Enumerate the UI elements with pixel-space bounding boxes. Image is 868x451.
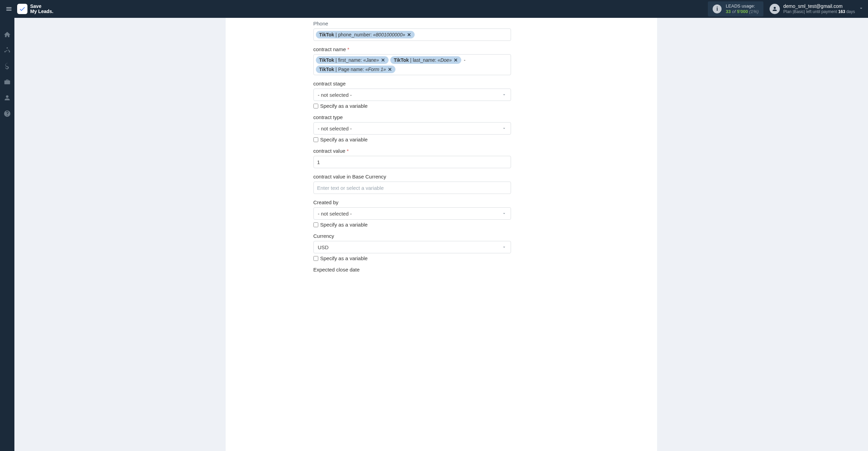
logo-text: Save My Leads.: [30, 4, 53, 14]
connections-icon[interactable]: [3, 47, 11, 54]
usage-text: LEADS usage: 33 of 5'000 (1%): [726, 3, 759, 14]
chevron-down-icon: [502, 211, 507, 216]
contract-type-var-checkbox[interactable]: [313, 137, 318, 142]
logo-icon: [17, 4, 27, 14]
field-created-by: Created by - not selected - Specify as a…: [313, 199, 511, 228]
field-contract-type: contract type - not selected - Specify a…: [313, 114, 511, 142]
remove-tag-icon[interactable]: ✕: [407, 32, 411, 37]
user-icon[interactable]: [3, 94, 11, 102]
base-currency-input[interactable]: [313, 182, 511, 194]
account-widget[interactable]: demo_sml_test@gmail.com Plan |Basic| lef…: [770, 3, 855, 14]
base-currency-label: contract value in Base Currency: [313, 174, 511, 180]
phone-label: Phone: [313, 21, 511, 26]
usage-total: 5'000: [737, 9, 748, 14]
contract-stage-var-checkbox[interactable]: [313, 104, 318, 108]
info-icon: i: [713, 4, 722, 13]
field-currency: Currency USD Specify as a variable: [313, 233, 511, 261]
field-contract-name: contract name * TikTok | first_name: «Ja…: [313, 46, 511, 75]
contract-stage-value: - not selected -: [318, 92, 352, 98]
phone-input[interactable]: TikTok | phone_number: «8001000000» ✕: [313, 28, 511, 41]
sidebar: [0, 18, 14, 451]
contract-type-label: contract type: [313, 114, 511, 120]
firstname-tag[interactable]: TikTok | first_name: «Jane» ✕: [316, 56, 389, 64]
currency-var-label[interactable]: Specify as a variable: [320, 255, 368, 261]
form-card: Phone TikTok | phone_number: «8001000000…: [226, 18, 657, 451]
phone-tag[interactable]: TikTok | phone_number: «8001000000» ✕: [316, 31, 415, 38]
main-content: Phone TikTok | phone_number: «8001000000…: [14, 18, 868, 451]
chevron-down-icon: [502, 245, 507, 250]
help-icon[interactable]: [3, 110, 11, 117]
field-contract-value: contract value *: [313, 148, 511, 168]
created-by-var-label[interactable]: Specify as a variable: [320, 222, 368, 228]
contract-value-input[interactable]: [313, 156, 511, 168]
remove-tag-icon[interactable]: ✕: [388, 67, 392, 72]
app-header: Save My Leads. i LEADS usage: 33 of 5'00…: [0, 0, 868, 18]
logo[interactable]: Save My Leads.: [17, 4, 53, 14]
contract-type-select[interactable]: - not selected -: [313, 122, 511, 135]
contract-name-label: contract name *: [313, 46, 511, 52]
logo-line1: Save: [30, 4, 53, 9]
currency-select[interactable]: USD: [313, 241, 511, 253]
usage-pct: (1%): [749, 9, 759, 14]
expected-close-label: Expected close date: [313, 267, 511, 273]
field-phone: Phone TikTok | phone_number: «8001000000…: [313, 21, 511, 41]
usage-used: 33: [726, 9, 730, 14]
remove-tag-icon[interactable]: ✕: [381, 57, 385, 63]
chevron-down-icon: [502, 92, 507, 97]
avatar-icon: [770, 4, 780, 14]
home-icon[interactable]: [3, 31, 11, 38]
remove-tag-icon[interactable]: ✕: [454, 57, 458, 63]
currency-label: Currency: [313, 233, 511, 239]
usage-of: of: [732, 9, 736, 14]
contract-type-var-label[interactable]: Specify as a variable: [320, 137, 368, 142]
lastname-tag[interactable]: TikTok | last_name: «Doe» ✕: [390, 56, 461, 64]
created-by-label: Created by: [313, 199, 511, 205]
dollar-icon[interactable]: [3, 62, 11, 70]
field-expected-close: Expected close date: [313, 267, 511, 273]
currency-var-checkbox[interactable]: [313, 256, 318, 261]
expand-account-button[interactable]: [858, 5, 864, 12]
field-base-currency: contract value in Base Currency: [313, 174, 511, 194]
contract-stage-select[interactable]: - not selected -: [313, 89, 511, 101]
separator-text: -: [463, 57, 466, 63]
briefcase-icon[interactable]: [3, 78, 11, 86]
pagename-tag[interactable]: TikTok | Page name: «Form 1» ✕: [316, 66, 396, 73]
created-by-select[interactable]: - not selected -: [313, 207, 511, 220]
hamburger-menu-button[interactable]: [4, 4, 14, 14]
logo-line2: My Leads.: [30, 9, 53, 14]
currency-value: USD: [318, 244, 329, 250]
contract-stage-label: contract stage: [313, 81, 511, 86]
contract-value-label: contract value *: [313, 148, 511, 154]
contract-name-input[interactable]: TikTok | first_name: «Jane» ✕ TikTok | l…: [313, 54, 511, 75]
usage-widget[interactable]: i LEADS usage: 33 of 5'000 (1%): [708, 1, 763, 16]
chevron-down-icon: [502, 126, 507, 131]
account-email: demo_sml_test@gmail.com: [783, 3, 855, 9]
usage-title: LEADS usage:: [726, 3, 759, 9]
created-by-value: - not selected -: [318, 211, 352, 217]
contract-stage-var-label[interactable]: Specify as a variable: [320, 103, 368, 109]
account-plan: Plan |Basic| left until payment 163 days: [783, 9, 855, 14]
created-by-var-checkbox[interactable]: [313, 222, 318, 227]
field-contract-stage: contract stage - not selected - Specify …: [313, 81, 511, 109]
contract-type-value: - not selected -: [318, 126, 352, 131]
